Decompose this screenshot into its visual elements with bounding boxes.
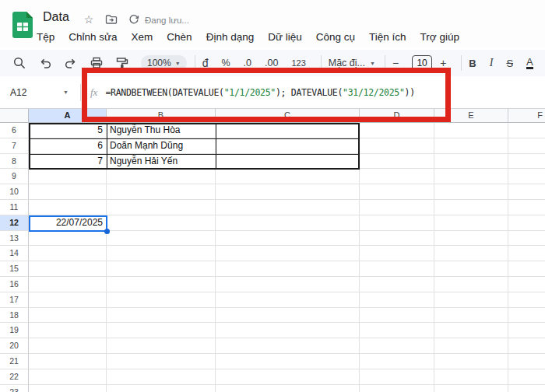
cell-D22[interactable] xyxy=(360,369,434,385)
font-family-selector[interactable]: Mặc đị... ▼ xyxy=(329,58,375,68)
cell-B17[interactable] xyxy=(107,292,216,308)
row-header-23[interactable]: 23 xyxy=(0,385,29,392)
row-header-17[interactable]: 17 xyxy=(0,292,29,308)
cell-F23[interactable] xyxy=(508,385,545,392)
cell-A18[interactable] xyxy=(29,308,107,324)
cell-C6[interactable] xyxy=(216,123,360,138)
cell-D15[interactable] xyxy=(360,261,434,277)
undo-icon[interactable] xyxy=(38,56,52,70)
cell-E10[interactable] xyxy=(434,184,508,200)
column-header-F[interactable]: F xyxy=(508,109,545,123)
cell-C10[interactable] xyxy=(216,184,360,200)
format-currency-button[interactable]: đ xyxy=(202,57,209,69)
italic-button[interactable]: I xyxy=(490,57,494,69)
cell-B15[interactable] xyxy=(107,261,216,277)
cell-D18[interactable] xyxy=(360,308,434,324)
font-size-input[interactable]: 10 xyxy=(412,55,432,71)
cell-C17[interactable] xyxy=(216,292,360,308)
menu-item-tệp[interactable]: Tệp xyxy=(30,28,62,47)
row-header-9[interactable]: 9 xyxy=(0,169,29,184)
cell-E6[interactable] xyxy=(434,123,508,138)
cell-A13[interactable] xyxy=(29,231,107,247)
cell-E21[interactable] xyxy=(434,354,508,369)
menu-item-định-dạng[interactable]: Định dạng xyxy=(199,28,262,47)
cell-B20[interactable] xyxy=(107,338,216,354)
cell-B16[interactable] xyxy=(107,277,216,292)
cell-E23[interactable] xyxy=(434,385,508,392)
cell-C8[interactable] xyxy=(216,154,360,170)
cell-F18[interactable] xyxy=(508,308,545,324)
cell-A19[interactable] xyxy=(29,323,107,338)
cell-A16[interactable] xyxy=(29,277,107,292)
cell-F6[interactable] xyxy=(508,123,545,138)
cell-D12[interactable] xyxy=(360,215,434,231)
cell-E14[interactable] xyxy=(434,246,508,261)
cell-D21[interactable] xyxy=(360,354,434,369)
document-title[interactable]: Data xyxy=(43,10,69,24)
cell-B6[interactable]: Nguyễn Thu Hòa xyxy=(107,123,216,138)
cell-A17[interactable] xyxy=(29,292,107,308)
cell-F20[interactable] xyxy=(508,338,545,354)
search-icon[interactable] xyxy=(12,56,26,70)
row-header-10[interactable]: 10 xyxy=(0,184,29,200)
cell-C19[interactable] xyxy=(216,323,360,338)
cell-A15[interactable] xyxy=(29,261,107,277)
cell-C22[interactable] xyxy=(216,369,360,385)
cell-D13[interactable] xyxy=(360,231,434,247)
name-box[interactable]: A12 xyxy=(0,87,63,98)
cell-B12[interactable] xyxy=(107,215,216,231)
format-percent-button[interactable]: % xyxy=(221,58,230,68)
cell-A22[interactable] xyxy=(29,369,107,385)
cell-B11[interactable] xyxy=(107,200,216,215)
cell-F12[interactable] xyxy=(508,215,545,231)
cell-D17[interactable] xyxy=(360,292,434,308)
cell-A21[interactable] xyxy=(29,354,107,369)
row-header-22[interactable]: 22 xyxy=(0,369,29,385)
cell-C23[interactable] xyxy=(216,385,360,392)
cell-F11[interactable] xyxy=(508,200,545,215)
decrease-font-size-button[interactable]: − xyxy=(392,57,399,69)
cell-B14[interactable] xyxy=(107,246,216,261)
cell-A23[interactable] xyxy=(29,385,107,392)
formula-input[interactable]: =RANDBETWEEN(DATEVALUE("1/1/2025"); DATE… xyxy=(105,87,414,98)
more-formats-button[interactable]: 123 xyxy=(291,58,305,68)
print-icon[interactable] xyxy=(90,56,104,70)
cell-B8[interactable]: Nguyễn Hải Yến xyxy=(107,154,216,170)
cell-A20[interactable] xyxy=(29,338,107,354)
cell-B18[interactable] xyxy=(107,308,216,324)
name-box-dropdown-icon[interactable]: ▼ xyxy=(63,89,76,95)
cell-A12[interactable]: 22/07/2025 xyxy=(29,215,107,231)
row-header-16[interactable]: 16 xyxy=(0,277,29,292)
cell-D16[interactable] xyxy=(360,277,434,292)
cell-D8[interactable] xyxy=(360,154,434,170)
increase-font-size-button[interactable]: + xyxy=(440,57,446,69)
cell-C20[interactable] xyxy=(216,338,360,354)
cell-E16[interactable] xyxy=(434,277,508,292)
bold-button[interactable]: B xyxy=(469,58,476,69)
cell-D19[interactable] xyxy=(360,323,434,338)
menu-item-tiện-ích[interactable]: Tiện ích xyxy=(362,28,413,47)
cell-F8[interactable] xyxy=(508,154,545,170)
redo-icon[interactable] xyxy=(64,56,78,70)
column-header-B[interactable]: B▼ xyxy=(107,109,216,123)
row-header-7[interactable]: 7 xyxy=(0,138,29,154)
row-header-15[interactable]: 15 xyxy=(0,261,29,277)
menu-item-trợ-giúp[interactable]: Trợ giúp xyxy=(413,28,466,47)
cell-C7[interactable] xyxy=(216,138,360,154)
menu-item-công-cụ[interactable]: Công cụ xyxy=(309,28,362,47)
cell-A7[interactable]: 6 xyxy=(29,138,107,154)
cell-B21[interactable] xyxy=(107,354,216,369)
cell-C14[interactable] xyxy=(216,246,360,261)
paint-format-icon[interactable] xyxy=(115,56,129,70)
column-header-D[interactable]: D xyxy=(360,109,434,123)
cell-F22[interactable] xyxy=(508,369,545,385)
cell-C11[interactable] xyxy=(216,200,360,215)
row-header-11[interactable]: 11 xyxy=(0,200,29,215)
cell-D7[interactable] xyxy=(360,138,434,154)
row-header-18[interactable]: 18 xyxy=(0,308,29,324)
column-header-C[interactable]: C xyxy=(216,109,360,123)
menu-item-chèn[interactable]: Chèn xyxy=(160,28,199,47)
column-header-E[interactable]: E xyxy=(434,109,508,123)
cell-A8[interactable]: 7 xyxy=(29,154,107,170)
cell-B9[interactable] xyxy=(107,169,216,184)
